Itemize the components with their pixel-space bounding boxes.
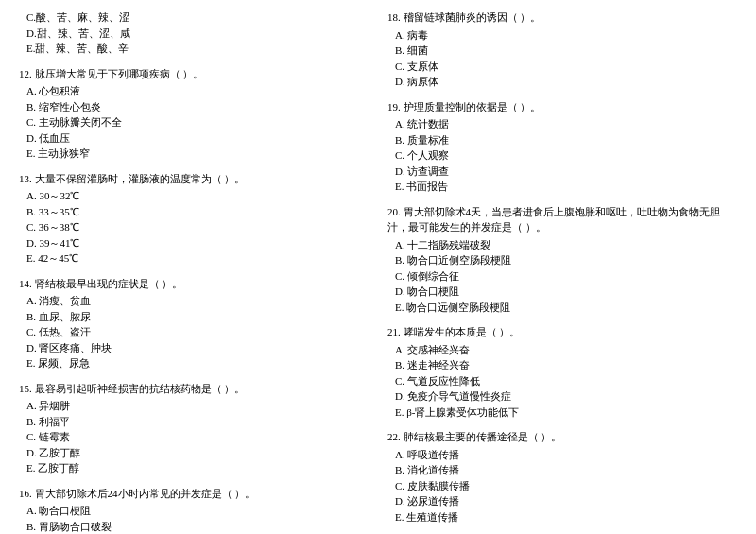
option-item: C. 低热、盗汗 (19, 324, 369, 340)
question-title-q21: 21. 哮喘发生的本质是（ ）。 (387, 324, 737, 340)
option-item: D. 39～41℃ (19, 235, 369, 251)
option-item: E. 吻合口远侧空肠段梗阻 (387, 300, 737, 316)
option-item: B. 吻合口近侧空肠段梗阻 (387, 252, 737, 268)
option-item: B. 质量标准 (387, 132, 737, 148)
option-item: D. 肾区疼痛、肿块 (19, 340, 369, 356)
option-item: A. 统计数据 (387, 116, 737, 132)
option-item: A. 交感神经兴奋 (387, 342, 737, 358)
question-title-q12: 12. 脉压增大常见于下列哪项疾病（ ）。 (19, 66, 369, 82)
question-title-q14: 14. 肾结核最早出现的症状是（ ）。 (19, 276, 369, 292)
option-item: C. 皮肤黏膜传播 (387, 478, 737, 494)
question-title-q15: 15. 最容易引起听神经损害的抗结核药物是（ ）。 (19, 381, 369, 397)
option-item: C. 36～38℃ (19, 219, 369, 235)
page-container: C.酸、苦、麻、辣、涩D.甜、辣、苦、涩、咸E.甜、辣、苦、酸、辛12. 脉压增… (19, 9, 737, 534)
question-block-q22: 22. 肺结核最主要的传播途径是（ ）。A. 呼吸道传播B. 消化道传播C. 皮… (387, 429, 737, 525)
option-item: A. 吻合口梗阻 (19, 503, 369, 519)
question-title-q19: 19. 护理质量控制的依据是（ ）。 (387, 99, 737, 115)
option-item: C. 支原体 (387, 59, 737, 75)
option-item: B. 细菌 (387, 43, 737, 59)
option-item: D. 访查调查 (387, 164, 737, 180)
option-item: A. 病毒 (387, 27, 737, 43)
two-column-layout: C.酸、苦、麻、辣、涩D.甜、辣、苦、涩、咸E.甜、辣、苦、酸、辛12. 脉压增… (19, 9, 737, 534)
option-item: A. 心包积液 (19, 83, 369, 99)
option-item: D. 泌尿道传播 (387, 493, 737, 509)
option-item: B. 消化道传播 (387, 462, 737, 478)
question-block-q16: 16. 胃大部切除术后24小时内常见的并发症是（ ）。A. 吻合口梗阻B. 胃肠… (19, 486, 369, 535)
question-block-q20: 20. 胃大部切除术4天，当患者进食后上腹饱胀和呕吐，吐吐物为食物无胆汁，最可能… (387, 204, 737, 316)
right-column: 18. 稽留链球菌肺炎的诱因（ ）。A. 病毒B. 细菌C. 支原体D. 病原体… (387, 9, 737, 534)
question-block-q18: 18. 稽留链球菌肺炎的诱因（ ）。A. 病毒B. 细菌C. 支原体D. 病原体 (387, 9, 737, 90)
left-column: C.酸、苦、麻、辣、涩D.甜、辣、苦、涩、咸E.甜、辣、苦、酸、辛12. 脉压增… (19, 9, 369, 534)
option-item: B. 胃肠吻合口破裂 (19, 519, 369, 535)
question-block-q_c_acids: C.酸、苦、麻、辣、涩D.甜、辣、苦、涩、咸E.甜、辣、苦、酸、辛 (19, 9, 369, 57)
option-item: E. 主动脉狭窄 (19, 146, 369, 162)
option-item: C. 气道反应性降低 (387, 373, 737, 389)
option-line: E.甜、辣、苦、酸、辛 (19, 41, 369, 57)
option-item: B. 利福平 (19, 414, 369, 430)
question-block-q21: 21. 哮喘发生的本质是（ ）。A. 交感神经兴奋B. 迷走神经兴奋C. 气道反… (387, 324, 737, 420)
option-item: A. 十二指肠残端破裂 (387, 237, 737, 253)
question-title-q20: 20. 胃大部切除术4天，当患者进食后上腹饱胀和呕吐，吐吐物为食物无胆汁，最可能… (387, 204, 737, 235)
option-item: A. 消瘦、贫血 (19, 293, 369, 309)
question-title-q13: 13. 大量不保留灌肠时，灌肠液的温度常为（ ）。 (19, 171, 369, 187)
option-item: B. 迷走神经兴奋 (387, 357, 737, 373)
option-item: E. 42～45℃ (19, 250, 369, 267)
option-line: C.酸、苦、麻、辣、涩 (19, 9, 369, 26)
option-item: D. 低血压 (19, 130, 369, 146)
question-title-q22: 22. 肺结核最主要的传播途径是（ ）。 (387, 429, 737, 445)
option-item: D. 免疫介导气道慢性炎症 (387, 388, 737, 405)
option-item: C. 个人观察 (387, 147, 737, 164)
question-title-q18: 18. 稽留链球菌肺炎的诱因（ ）。 (387, 9, 737, 26)
question-block-q19: 19. 护理质量控制的依据是（ ）。A. 统计数据B. 质量标准C. 个人观察D… (387, 99, 737, 195)
question-block-q12: 12. 脉压增大常见于下列哪项疾病（ ）。A. 心包积液B. 缩窄性心包炎C. … (19, 66, 369, 162)
option-item: E. 生殖道传播 (387, 509, 737, 525)
option-item: E. 尿频、尿急 (19, 355, 369, 371)
option-item: C. 倾倒综合征 (387, 268, 737, 284)
option-item: D. 病原体 (387, 74, 737, 90)
option-line: D.甜、辣、苦、涩、咸 (19, 26, 369, 42)
option-item: B. 缩窄性心包炎 (19, 99, 369, 115)
option-item: B. 血尿、脓尿 (19, 309, 369, 325)
question-block-q15: 15. 最容易引起听神经损害的抗结核药物是（ ）。A. 异烟肼B. 利福平C. … (19, 381, 369, 476)
option-item: D. 乙胺丁醇 (19, 445, 369, 461)
option-item: A. 呼吸道传播 (387, 447, 737, 463)
option-item: E. 乙胺丁醇 (19, 460, 369, 476)
option-item: A. 异烟肼 (19, 398, 369, 414)
option-item: C. 主动脉瓣关闭不全 (19, 114, 369, 130)
question-block-q14: 14. 肾结核最早出现的症状是（ ）。A. 消瘦、贫血B. 血尿、脓尿C. 低热… (19, 276, 369, 371)
option-item: D. 吻合口梗阻 (387, 284, 737, 300)
option-item: A. 30～32℃ (19, 188, 369, 204)
question-title-q16: 16. 胃大部切除术后24小时内常见的并发症是（ ）。 (19, 486, 369, 502)
option-item: E. β-肾上腺素受体功能低下 (387, 405, 737, 421)
option-item: E. 书面报告 (387, 179, 737, 195)
question-block-q13: 13. 大量不保留灌肠时，灌肠液的温度常为（ ）。A. 30～32℃B. 33～… (19, 171, 369, 267)
option-item: B. 33～35℃ (19, 204, 369, 220)
option-item: C. 链霉素 (19, 429, 369, 445)
